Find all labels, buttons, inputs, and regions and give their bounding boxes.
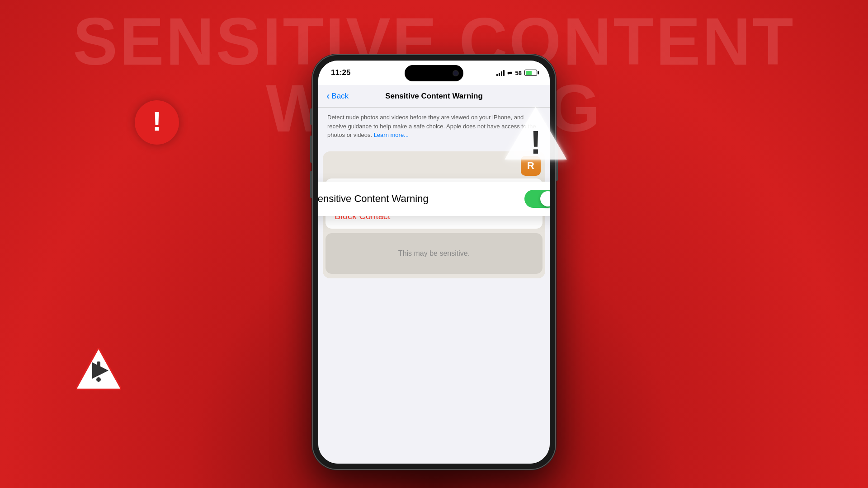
volume-down-button xyxy=(310,171,312,198)
warning-play-icon xyxy=(76,348,121,393)
svg-text:!: ! xyxy=(530,124,541,160)
back-button[interactable]: ‹ Back xyxy=(326,90,349,102)
battery-fill xyxy=(526,71,532,75)
front-camera xyxy=(453,70,459,76)
status-bar: 11:25 ⇌ 58 xyxy=(318,61,550,85)
sensitive-content-text: This may be sensitive. xyxy=(398,249,470,258)
exclamation-icon: ! xyxy=(152,108,161,135)
chevron-left-icon: ‹ xyxy=(326,90,330,102)
signal-strength-icon xyxy=(496,70,505,76)
wifi-icon: ⇌ xyxy=(507,69,513,76)
battery-icon xyxy=(524,70,537,76)
mute-button xyxy=(310,108,312,125)
warning-triangle-right: ! xyxy=(502,104,570,163)
status-time: 11:25 xyxy=(331,68,350,77)
volume-up-button xyxy=(310,136,312,163)
toggle-card: Sensitive Content Warning xyxy=(318,182,550,216)
back-label[interactable]: Back xyxy=(331,92,349,101)
dynamic-island xyxy=(405,65,463,81)
svg-point-9 xyxy=(96,377,101,382)
status-icons: ⇌ 58 xyxy=(496,69,537,76)
toggle-label: Sensitive Content Warning xyxy=(318,193,429,205)
battery-percent: 58 xyxy=(515,70,522,76)
learn-more-link[interactable]: Learn more... xyxy=(374,131,409,138)
toggle-knob xyxy=(540,191,550,206)
sensitive-content-toggle[interactable] xyxy=(524,190,550,208)
warning-circle-left: ! xyxy=(135,100,179,145)
nav-title: Sensitive Content Warning xyxy=(385,92,483,101)
svg-rect-8 xyxy=(97,361,100,375)
blurred-content: This may be sensitive. xyxy=(326,233,542,274)
